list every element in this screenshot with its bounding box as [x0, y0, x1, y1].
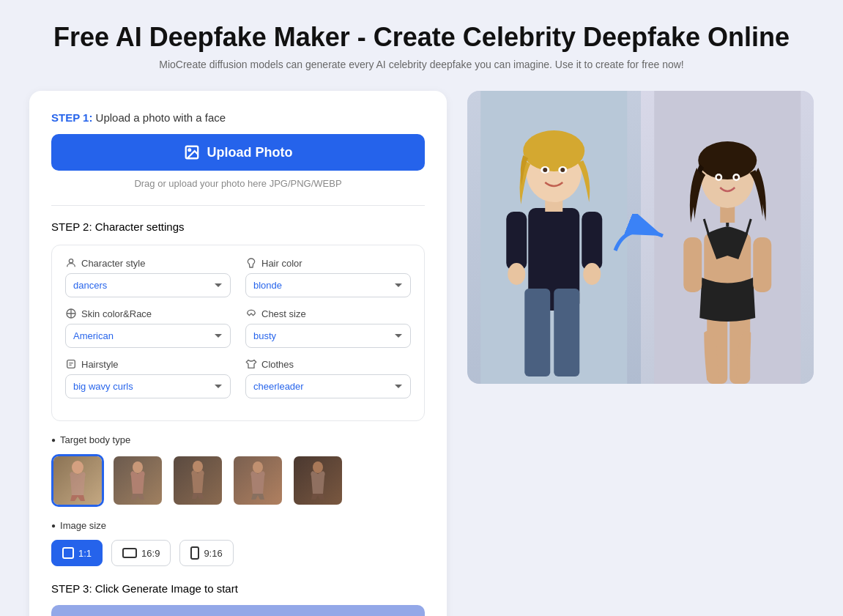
svg-point-26: [508, 263, 525, 285]
settings-right-col: Hair color blonde: [245, 257, 411, 409]
body-type-2[interactable]: [111, 454, 164, 507]
body-type-4[interactable]: [231, 454, 284, 507]
page-title: Free AI Deepfake Maker - Create Celebrit…: [29, 22, 814, 53]
hair-color-select[interactable]: blonde: [245, 273, 411, 297]
svg-rect-10: [63, 548, 73, 558]
generate-image-button[interactable]: Generate Image →: [51, 605, 425, 616]
upload-photo-button[interactable]: Upload Photo: [51, 134, 425, 171]
size-9-16-icon: [190, 546, 199, 560]
svg-rect-4: [67, 360, 75, 368]
chest-size-select[interactable]: busty: [245, 324, 411, 348]
svg-rect-24: [506, 212, 527, 270]
step3-number: STEP 3:: [51, 582, 92, 595]
size-1-1[interactable]: 1:1: [51, 540, 103, 566]
step2-number: STEP 2:: [51, 220, 92, 233]
hair-color-icon: [245, 257, 257, 269]
character-style-select[interactable]: dancers: [65, 273, 231, 297]
step1-text: Upload a photo with a face: [96, 111, 226, 124]
hairstyle-select[interactable]: big wavy curls: [65, 374, 231, 398]
upload-hint: Drag or upload your photo here JPG/PNG/W…: [51, 178, 425, 189]
clothes-label: Clothes: [245, 358, 411, 370]
settings-left-col: Character style dancers: [65, 257, 231, 409]
transformation-arrow: [612, 214, 670, 258]
step1-label: STEP 1: Upload a photo with a face: [51, 111, 425, 124]
svg-point-8: [253, 461, 263, 473]
page-wrapper: Free AI Deepfake Maker - Create Celebrit…: [0, 0, 843, 616]
settings-grid: Character style dancers: [51, 245, 425, 421]
body-type-grid: [51, 454, 425, 507]
body-type-3[interactable]: [171, 454, 224, 507]
character-style-icon: [65, 257, 77, 269]
upload-icon: [184, 144, 200, 160]
chest-size-icon: [245, 308, 257, 319]
target-body-section: Target body type: [51, 434, 425, 507]
size-1-1-icon: [62, 547, 74, 559]
svg-point-7: [193, 461, 203, 472]
character-style-item: Character style dancers: [65, 257, 231, 297]
right-panel: [467, 91, 814, 384]
clothes-icon: [245, 358, 257, 370]
chest-size-item: Chest size busty: [245, 308, 411, 348]
svg-rect-15: [524, 289, 550, 376]
size-16-9[interactable]: 16:9: [111, 540, 171, 566]
size-options: 1:1 16:9 9:16: [51, 540, 425, 566]
hairstyle-icon: [65, 358, 77, 370]
size-16-9-icon: [122, 548, 137, 558]
svg-rect-16: [554, 289, 579, 376]
svg-rect-11: [123, 549, 136, 557]
step1-number: STEP 1:: [51, 111, 92, 124]
svg-point-6: [133, 461, 143, 473]
svg-rect-43: [683, 237, 702, 292]
hairstyle-label: Hairstyle: [65, 358, 231, 370]
svg-point-23: [560, 168, 565, 172]
svg-rect-25: [582, 212, 602, 270]
clothes-select[interactable]: cheerleader: [245, 374, 411, 398]
page-subtitle: MioCreate diffusion models can generate …: [29, 59, 814, 70]
image-size-section: Image size 1:1 16:9: [51, 520, 425, 566]
svg-point-2: [69, 259, 73, 263]
svg-point-38: [698, 141, 757, 179]
svg-point-27: [583, 263, 601, 285]
image-size-title: Image size: [51, 520, 425, 531]
divider: [51, 205, 425, 206]
body-type-1[interactable]: [51, 454, 104, 507]
svg-point-1: [188, 149, 190, 151]
step3-label: STEP 3: Click Generate Image to start: [51, 582, 425, 595]
svg-point-5: [72, 461, 83, 474]
hair-color-item: Hair color blonde: [245, 257, 411, 297]
svg-point-19: [523, 130, 584, 171]
character-style-label: Character style: [65, 257, 231, 269]
step2-label: STEP 2: Character settings: [51, 220, 425, 233]
skin-race-icon: [65, 308, 77, 319]
size-9-16[interactable]: 9:16: [179, 540, 233, 566]
body-type-5[interactable]: [291, 454, 344, 507]
svg-point-9: [313, 461, 323, 473]
skin-race-label: Skin color&Race: [65, 308, 231, 319]
svg-point-42: [734, 176, 738, 179]
target-body-title: Target body type: [51, 434, 425, 445]
hairstyle-item: Hairstyle big wavy curls: [65, 358, 231, 398]
chest-size-label: Chest size: [245, 308, 411, 319]
step3-text: Click Generate Image to start: [95, 582, 238, 595]
step2-text: Character settings: [95, 220, 185, 233]
preview-container: [467, 91, 814, 384]
svg-point-22: [543, 168, 547, 172]
svg-rect-12: [191, 547, 198, 559]
hair-color-label: Hair color: [245, 257, 411, 269]
left-panel: STEP 1: Upload a photo with a face Uploa…: [29, 91, 447, 616]
main-content: STEP 1: Upload a photo with a face Uploa…: [29, 91, 814, 616]
header: Free AI Deepfake Maker - Create Celebrit…: [29, 22, 814, 70]
skin-race-item: Skin color&Race American: [65, 308, 231, 348]
svg-point-41: [716, 176, 720, 179]
skin-race-select[interactable]: American: [65, 324, 231, 348]
clothes-item: Clothes cheerleader: [245, 358, 411, 398]
svg-rect-44: [753, 237, 771, 292]
settings-row: Character style dancers: [65, 257, 411, 409]
